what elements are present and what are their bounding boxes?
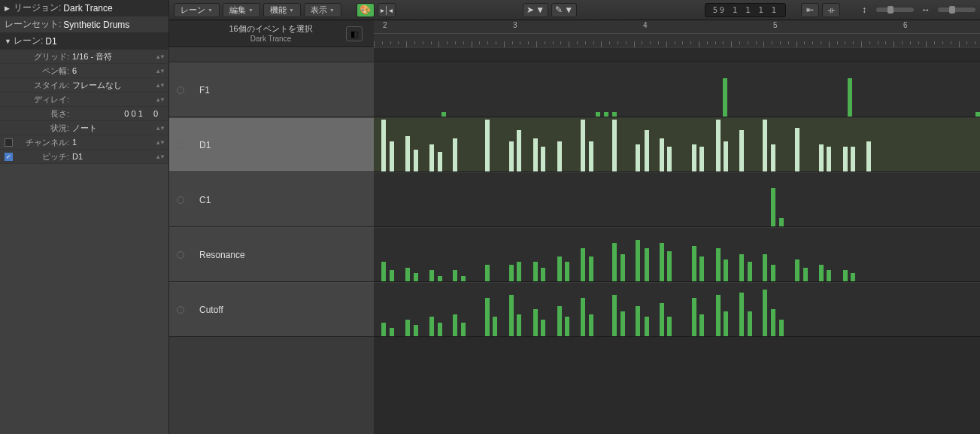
palette-icon[interactable]: 🎨 [357,3,375,17]
stepper-icon[interactable]: ▲▼ [155,96,164,103]
event-bar[interactable] [771,265,775,281]
event-bar[interactable] [405,136,410,171]
event-bar[interactable] [779,320,784,336]
event-bar[interactable] [581,248,585,281]
pointer-tool[interactable]: ➤▼ [523,3,548,17]
event-bar[interactable] [763,120,767,171]
lane-header-Cutoff[interactable]: Cutoff [169,282,374,337]
event-bar[interactable] [660,243,664,281]
event-bar[interactable] [716,248,721,281]
stepper-icon[interactable]: ▲▼ [155,153,164,160]
event-bar[interactable] [405,320,410,336]
event-bar[interactable] [557,306,562,336]
event-bar[interactable] [748,262,752,281]
event-bar[interactable] [438,152,442,171]
region-header[interactable]: ▶ リージョン: Dark Trance [0,0,168,17]
position-display[interactable]: 59 1 1 1 1 [705,3,786,17]
lane-enable-dot[interactable] [177,141,184,149]
event-bar[interactable] [509,141,514,171]
event-bar[interactable] [414,150,418,171]
event-bar[interactable] [645,317,649,336]
event-bar[interactable] [843,270,848,281]
stepper-icon[interactable]: ▲▼ [155,125,164,132]
event-bar[interactable] [779,218,784,226]
event-bar[interactable] [485,265,490,281]
vertical-zoom-slider[interactable] [876,8,914,12]
event-bar[interactable] [390,270,394,281]
event-bar[interactable] [381,120,386,171]
event-bar[interactable] [692,246,696,281]
lane-enable-dot[interactable] [177,196,184,204]
event-bar[interactable] [645,130,649,171]
param-delay[interactable]: ディレイ: ▲▼ [0,93,168,107]
menu-function[interactable]: 機能▼ [263,3,301,17]
event-bar[interactable] [596,112,600,117]
event-bar[interactable] [771,188,775,226]
lane-enable-dot[interactable] [177,86,184,94]
event-bar[interactable] [565,317,569,336]
event-bar[interactable] [589,141,593,171]
event-bar[interactable] [589,314,593,336]
event-bar[interactable] [541,268,545,281]
event-bar[interactable] [565,262,569,281]
event-bar[interactable] [381,323,386,336]
event-bar[interactable] [716,295,721,336]
event-bar[interactable] [636,240,640,281]
event-bar[interactable] [699,147,704,171]
event-bar[interactable] [819,144,824,172]
event-bar[interactable] [581,120,585,171]
param-pitch[interactable]: ✓ ピッチ: D1 ▲▼ [0,150,168,164]
event-bar[interactable] [843,147,848,171]
filter-icon[interactable]: ▸│◂ [378,3,396,17]
event-bar[interactable] [414,273,418,281]
event-bar[interactable] [620,311,625,336]
event-bar[interactable] [461,276,466,281]
event-bar[interactable] [660,303,664,336]
stepper-icon[interactable]: ▲▼ [155,82,164,89]
event-bar[interactable] [866,141,871,171]
event-bar[interactable] [612,120,617,171]
lane-header-D1[interactable]: D1 [169,117,374,172]
event-bar[interactable] [771,144,775,172]
event-bar[interactable] [612,243,617,281]
param-grid[interactable]: グリッド: 1/16 - 音符 ▲▼ [0,50,168,64]
event-bar[interactable] [438,276,442,281]
event-bar[interactable] [541,320,545,336]
lane-strip-Cutoff[interactable] [374,282,980,337]
event-bar[interactable] [533,262,538,281]
snap-center-icon[interactable]: ⟛ [822,3,840,17]
param-penwidth[interactable]: ペン幅: 6 ▲▼ [0,64,168,78]
event-bar[interactable] [692,144,696,172]
lane-content[interactable] [374,47,980,434]
event-bar[interactable] [827,270,831,281]
event-bar[interactable] [827,147,831,171]
event-bar[interactable] [493,317,497,336]
event-bar[interactable] [848,78,852,117]
time-ruler[interactable]: 2 3 4 5 6 [374,20,980,47]
event-bar[interactable] [851,147,855,171]
pitch-checkbox[interactable]: ✓ [5,153,13,161]
event-bar[interactable] [739,293,744,336]
event-bar[interactable] [724,311,728,336]
event-bar[interactable] [381,262,386,281]
event-bar[interactable] [453,138,457,171]
event-bar[interactable] [405,268,410,281]
param-status[interactable]: 状況: ノート ▲▼ [0,121,168,135]
pencil-tool[interactable]: ✎▼ [551,3,577,17]
event-bar[interactable] [771,309,775,337]
event-bar[interactable] [517,130,521,171]
event-bar[interactable] [723,78,727,117]
stepper-icon[interactable]: ▲▼ [155,53,164,60]
param-channel[interactable]: チャンネル: 1 ▲▼ [0,135,168,150]
event-bar[interactable] [517,314,521,336]
event-bar[interactable] [667,251,672,281]
event-bar[interactable] [692,298,696,336]
event-bar[interactable] [620,254,625,282]
event-bar[interactable] [795,259,799,281]
event-bar[interactable] [517,262,521,281]
event-bar[interactable] [390,141,394,171]
catch-icon[interactable]: ◧ [346,26,363,41]
event-bar[interactable] [612,112,617,117]
event-bar[interactable] [763,290,767,336]
lane-header-C1[interactable]: C1 [169,172,374,227]
